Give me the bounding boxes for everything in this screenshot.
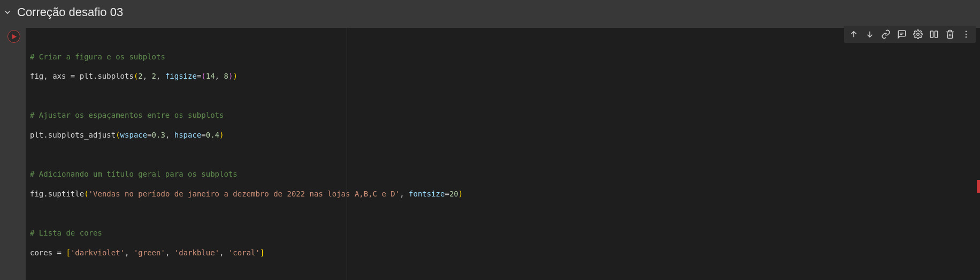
gear-icon[interactable] [910, 27, 925, 42]
run-button[interactable] [7, 30, 20, 43]
cell-toolbar [844, 26, 976, 43]
section-title: Correção desafio 03 [17, 5, 123, 19]
code-comment: # Criar a figura e os subplots [30, 52, 165, 61]
svg-point-4 [966, 34, 967, 35]
move-down-icon[interactable] [862, 27, 877, 42]
svg-rect-1 [930, 31, 933, 37]
svg-point-0 [917, 33, 920, 36]
link-icon[interactable] [878, 27, 893, 42]
code-comment: # Ajustar os espaçamentos entre os subpl… [30, 111, 224, 119]
code-editor[interactable]: # Criar a figura e os subplots fig, axs … [26, 28, 980, 280]
code-comment: # Lista de cores [30, 229, 102, 237]
mirror-icon[interactable] [927, 27, 941, 42]
code-comment: # Adicionando um título geral para os su… [30, 170, 238, 178]
section-header: Correção desafio 03 [0, 0, 980, 28]
scroll-error-indicator[interactable] [977, 180, 980, 193]
svg-rect-2 [935, 31, 938, 37]
more-vert-icon[interactable] [959, 27, 974, 42]
svg-point-3 [966, 31, 967, 32]
chevron-down-icon[interactable] [3, 8, 12, 17]
svg-point-5 [966, 36, 967, 37]
trash-icon[interactable] [943, 27, 958, 42]
comment-icon[interactable] [894, 27, 909, 42]
move-up-icon[interactable] [846, 27, 861, 42]
editor-ruler [347, 28, 347, 280]
code-cell: # Criar a figura e os subplots fig, axs … [0, 28, 980, 280]
